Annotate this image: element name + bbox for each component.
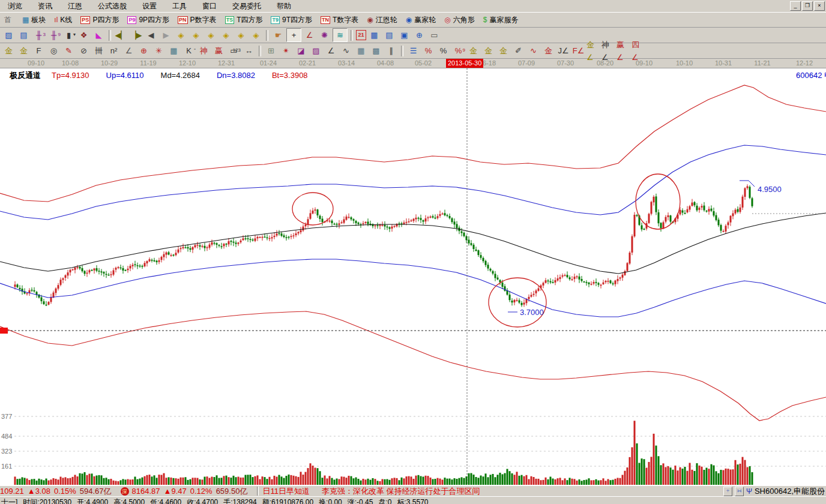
- net-save-icon[interactable]: ⊕: [412, 29, 426, 41]
- clipped-button[interactable]: 首: [0, 13, 18, 26]
- fan-box-icon[interactable]: ◪: [294, 44, 308, 57]
- main-chart[interactable]: 3774843231614.95003.7000: [0, 68, 826, 485]
- toolbar-icon[interactable]: [109, 30, 111, 41]
- menu-item[interactable]: 帮助: [269, 0, 299, 12]
- calculator-icon[interactable]: ▦: [367, 29, 381, 41]
- last-bar-icon[interactable]: ▕▶: [129, 29, 143, 41]
- grid-b-icon[interactable]: ▩: [369, 44, 383, 57]
- grid-a-icon[interactable]: ▦: [354, 44, 368, 57]
- p-number-button[interactable]: PN P数字表: [173, 13, 221, 26]
- n-square-icon[interactable]: n²: [107, 44, 121, 57]
- menu-item[interactable]: 工具: [164, 0, 194, 12]
- t-square-button[interactable]: TS T四方形: [221, 13, 267, 26]
- parallel-icon[interactable]: ∥: [384, 44, 398, 57]
- gold-line-a-icon[interactable]: 金: [466, 44, 480, 57]
- winner-service-button[interactable]: $ 赢家服务: [479, 13, 523, 26]
- zigzag-icon[interactable]: ∿: [339, 44, 353, 57]
- angle-tool-icon[interactable]: ∠: [303, 29, 316, 41]
- ying-tool-icon[interactable]: 赢: [212, 44, 226, 57]
- f-angle-icon[interactable]: F∠: [571, 44, 585, 57]
- menu-item[interactable]: 浏览: [0, 0, 30, 12]
- t9-square-button[interactable]: T9 9T四方形: [267, 13, 316, 26]
- pattern-9-icon[interactable]: ╫ 9: [47, 29, 61, 41]
- draw-tool-icon[interactable]: [401, 46, 403, 56]
- j-angle-icon[interactable]: J∠: [556, 44, 570, 57]
- p-square-button[interactable]: PS P四方形: [76, 13, 123, 26]
- minimize-button[interactable]: _: [790, 1, 801, 11]
- diamond-star-icon[interactable]: ◈: [219, 29, 233, 41]
- menu-item[interactable]: 交易委托: [225, 0, 269, 12]
- toolbar-icon[interactable]: [266, 30, 268, 41]
- gold-angle-icon[interactable]: 金∠: [586, 44, 600, 57]
- wave-red-icon[interactable]: ∿: [526, 44, 540, 57]
- kline-button[interactable]: ıl K线: [50, 13, 76, 26]
- gann-target-icon[interactable]: ⊕: [137, 44, 151, 57]
- candle-type-icon[interactable]: ▮ ▾: [62, 29, 76, 41]
- crosshair-tool-icon[interactable]: +: [286, 28, 301, 42]
- diamond-x-icon[interactable]: ◈: [249, 29, 263, 41]
- golden-gate-b-icon[interactable]: 金: [17, 44, 31, 57]
- angle-measure-icon[interactable]: ∠: [122, 44, 136, 57]
- calendar-icon[interactable]: 21: [356, 30, 366, 40]
- pattern-edit-icon[interactable]: ❖: [77, 29, 91, 41]
- next-bar-icon[interactable]: ▶: [159, 29, 173, 41]
- save-icon[interactable]: ▣: [397, 29, 411, 41]
- prev-bar-icon[interactable]: ◀: [144, 29, 158, 41]
- gold-line-b-icon[interactable]: 金: [496, 44, 510, 57]
- hexagon-button[interactable]: ◎ 六角形: [440, 13, 478, 26]
- first-bar-icon[interactable]: ◀▏: [114, 29, 128, 41]
- menu-item[interactable]: 窗口: [194, 0, 225, 12]
- shen-angle-icon[interactable]: 神∠: [601, 44, 615, 57]
- grid-button[interactable]: ∺: [735, 487, 744, 496]
- gold-circle-icon[interactable]: 金: [481, 44, 495, 57]
- menu-item[interactable]: 资讯: [30, 0, 60, 12]
- ruler-icon[interactable]: ▭ 123: [227, 44, 241, 57]
- gann-wheel-button[interactable]: ◉ 江恩轮: [363, 13, 401, 26]
- split-button[interactable]: ÷: [723, 487, 732, 496]
- t-number-button[interactable]: TN T数字表: [316, 13, 363, 26]
- quote-board-icon[interactable]: ▤: [17, 29, 31, 41]
- percent-icon[interactable]: %: [436, 44, 450, 57]
- ying-angle-icon[interactable]: 赢∠: [616, 44, 630, 57]
- menu-item[interactable]: 公式选股: [90, 0, 134, 12]
- k-mark-icon[interactable]: K “: [182, 44, 196, 57]
- shen-tool-icon[interactable]: 神: [197, 44, 211, 57]
- fan-red-icon[interactable]: ✴: [279, 44, 293, 57]
- si-angle-icon[interactable]: 四∠: [632, 44, 645, 57]
- percent-red-icon[interactable]: %: [421, 44, 435, 57]
- draw-tool-icon[interactable]: [259, 46, 261, 56]
- diamond-left-icon[interactable]: ◈: [174, 29, 188, 41]
- gann-tool-icon[interactable]: ✺: [318, 29, 331, 41]
- brush-icon[interactable]: ✎: [62, 44, 76, 57]
- pen-icon[interactable]: ✐: [511, 44, 525, 57]
- gann-circle-icon[interactable]: ⊘: [77, 44, 91, 57]
- diamond-out-icon[interactable]: ◈: [234, 29, 248, 41]
- restore-button[interactable]: ❐: [802, 1, 813, 11]
- fan-grid-icon[interactable]: ▨: [309, 44, 323, 57]
- pattern-3-icon[interactable]: ╫ 3: [32, 29, 46, 41]
- print-icon[interactable]: ▭: [427, 29, 441, 41]
- chart-window-icon[interactable]: ▨: [2, 29, 16, 41]
- menu-item[interactable]: 设置: [134, 0, 164, 12]
- hand-tool-icon[interactable]: ☛: [271, 29, 285, 41]
- diamond-cross-icon[interactable]: ◈: [204, 29, 218, 41]
- price-comb-icon[interactable]: 卌: [92, 44, 106, 57]
- color-volume-icon[interactable]: ◣: [92, 29, 106, 41]
- p9-square-button[interactable]: P9 9P四方形: [123, 13, 173, 26]
- spiral-icon[interactable]: ◎: [47, 44, 61, 57]
- gold-under-icon[interactable]: 金: [541, 44, 555, 57]
- winner-wheel-button[interactable]: ◉ 赢家轮: [402, 13, 440, 26]
- diamond-swap-icon[interactable]: ◈: [189, 29, 203, 41]
- web-icon[interactable]: ✳: [152, 44, 166, 57]
- sector-button[interactable]: ▦ 板块: [18, 13, 50, 26]
- wave-tool-icon[interactable]: ≋: [333, 28, 348, 42]
- chart-area[interactable]: 3774843231614.95003.7000 极反通道Tp=4.9130Up…: [0, 68, 826, 485]
- close-button[interactable]: ×: [814, 1, 825, 11]
- box-tool-icon[interactable]: ⊞: [264, 44, 278, 57]
- span-measure-icon[interactable]: ↔: [242, 44, 256, 57]
- percent-9-icon[interactable]: % 9: [451, 44, 465, 57]
- trend-fan-icon[interactable]: ∠: [324, 44, 338, 57]
- toolbar-icon[interactable]: [351, 30, 353, 41]
- memo-icon[interactable]: ▤: [382, 29, 396, 41]
- gann-grid-icon[interactable]: ▦: [167, 44, 181, 57]
